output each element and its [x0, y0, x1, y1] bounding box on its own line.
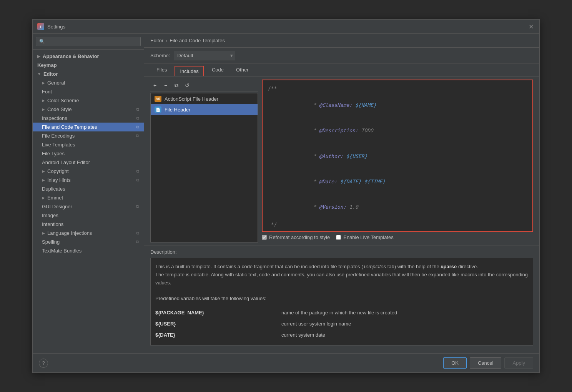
arrow-icon: ▶ — [37, 54, 40, 58]
reformat-checkbox-row[interactable]: Reformat according to style — [262, 234, 330, 240]
sidebar-item-editor[interactable]: ▼ Editor — [33, 70, 144, 78]
breadcrumb: Editor › File and Code Templates — [144, 34, 539, 48]
code-line-6: * @Version: 1.0 — [268, 194, 527, 220]
actionscript-icon: AS — [155, 96, 161, 102]
dialog-title: Settings — [47, 24, 65, 30]
search-input[interactable] — [36, 37, 141, 46]
code-editor[interactable]: /** * @ClassName: ${NAME} * @Description… — [262, 80, 533, 232]
ok-button[interactable]: OK — [443, 357, 467, 369]
copy-icon-inlay: ⧉ — [136, 178, 139, 183]
description-title: Description: — [150, 249, 533, 255]
reformat-label: Reformat according to style — [269, 234, 330, 240]
reformat-checkbox[interactable] — [262, 235, 267, 240]
reset-template-button[interactable]: ↺ — [183, 81, 192, 90]
var-row-package: ${PACKAGE_NAME} name of the package in w… — [155, 307, 528, 319]
copy-icon-fct: ⧉ — [136, 125, 139, 130]
template-item-file-header[interactable]: 📄 File Header — [151, 104, 258, 115]
arrow-icon-inlay: ▶ — [42, 178, 45, 182]
tabs-row: Files Includes Code Other — [144, 64, 539, 76]
copy-icon-spelling: ⧉ — [136, 239, 139, 244]
sidebar-item-code-style[interactable]: ▶ Code Style ⧉ — [33, 105, 144, 114]
breadcrumb-editor: Editor — [150, 38, 163, 43]
footer-right: OK Cancel Apply — [443, 357, 533, 369]
copy-icon-gui: ⧉ — [136, 204, 139, 209]
arrow-icon-lang: ▶ — [42, 231, 45, 235]
tab-includes[interactable]: Includes — [175, 66, 204, 76]
sidebar-item-emmet[interactable]: ▶ Emmet — [33, 193, 144, 202]
description-text: This is a built-in template. It contains… — [155, 263, 528, 287]
add-template-button[interactable]: + — [150, 81, 160, 90]
sidebar-item-file-code-templates[interactable]: File and Code Templates ⧉ — [33, 123, 144, 131]
sidebar-item-inspections[interactable]: Inspections ⧉ — [33, 114, 144, 123]
template-list-panel: + − ⧉ ↺ AS ActionScript File Header 📄 Fi… — [150, 80, 258, 243]
code-line-4: * @Author: ${USER} — [268, 144, 527, 169]
copy-icon-inspections: ⧉ — [136, 116, 139, 121]
code-line-5: * @Date: ${DATE} ${TIME} — [268, 169, 527, 194]
title-bar: i Settings ✕ — [33, 20, 539, 34]
remove-template-button[interactable]: − — [161, 81, 170, 90]
sidebar-item-images[interactable]: Images — [33, 211, 144, 220]
sidebar-item-appearance[interactable]: ▶ Appearance & Behavior — [33, 52, 144, 61]
scheme-row: Scheme: Default Project — [144, 48, 539, 64]
template-label-file-header: File Header — [165, 107, 190, 113]
copy-template-button[interactable]: ⧉ — [172, 81, 181, 90]
dialog-footer: ? OK Cancel Apply — [33, 353, 539, 372]
scheme-select[interactable]: Default Project — [174, 51, 235, 60]
sidebar: ▶ Appearance & Behavior Keymap ▼ Editor … — [33, 34, 144, 353]
arrow-icon-emmet: ▶ — [42, 196, 45, 200]
sidebar-item-inlay-hints[interactable]: ▶ Inlay Hints ⧉ — [33, 176, 144, 184]
tab-other[interactable]: Other — [230, 64, 255, 76]
description-box: This is a built-in template. It contains… — [150, 258, 533, 345]
code-line-7: */ — [268, 220, 527, 229]
arrow-icon-general: ▶ — [42, 81, 45, 85]
close-button[interactable]: ✕ — [527, 23, 535, 30]
template-item-actionscript[interactable]: AS ActionScript File Header — [151, 93, 258, 104]
live-templates-checkbox[interactable] — [336, 235, 341, 240]
description-table: ${PACKAGE_NAME} name of the package in w… — [155, 307, 528, 341]
code-line-2: * @ClassName: ${NAME} — [268, 93, 527, 118]
var-desc-user: current user system login name — [281, 319, 528, 330]
toolbar: + − ⧉ ↺ — [150, 80, 258, 91]
editor-panel: /** * @ClassName: ${NAME} * @Description… — [262, 80, 533, 243]
sidebar-item-duplicates[interactable]: Duplicates — [33, 184, 144, 193]
cancel-button[interactable]: Cancel — [470, 357, 501, 369]
sidebar-item-textmate[interactable]: TextMate Bundles — [33, 246, 144, 255]
sidebar-item-android-layout[interactable]: Android Layout Editor — [33, 158, 144, 167]
var-row-user: ${USER} current user system login name — [155, 319, 528, 330]
template-list: AS ActionScript File Header 📄 File Heade… — [150, 93, 258, 243]
live-templates-label: Enable Live Templates — [343, 234, 394, 240]
live-templates-checkbox-row[interactable]: Enable Live Templates — [336, 234, 394, 240]
nav-tree: ▶ Appearance & Behavior Keymap ▼ Editor … — [33, 50, 144, 353]
sidebar-item-font[interactable]: Font — [33, 87, 144, 96]
sidebar-item-live-templates[interactable]: Live Templates — [33, 140, 144, 149]
copy-icon-codestyle: ⧉ — [136, 107, 139, 112]
sidebar-item-file-types[interactable]: File Types — [33, 149, 144, 158]
sidebar-item-intentions[interactable]: Intentions — [33, 220, 144, 229]
arrow-icon-color: ▶ — [42, 98, 45, 103]
arrow-icon-codestyle: ▶ — [42, 107, 45, 111]
settings-dialog: i Settings ✕ ▶ Appearance & Behavior Key… — [32, 19, 540, 373]
dialog-body: ▶ Appearance & Behavior Keymap ▼ Editor … — [33, 34, 539, 353]
search-box — [33, 34, 144, 50]
arrow-icon-editor: ▼ — [37, 72, 41, 76]
apply-button[interactable]: Apply — [504, 357, 533, 369]
sidebar-item-color-scheme[interactable]: ▶ Color Scheme — [33, 96, 144, 105]
description-panel: Description: This is a built-in template… — [144, 246, 539, 353]
help-button[interactable]: ? — [39, 359, 48, 368]
sidebar-item-gui-designer[interactable]: GUI Designer ⧉ — [33, 202, 144, 211]
tab-files[interactable]: Files — [150, 64, 173, 76]
content-area: + − ⧉ ↺ AS ActionScript File Header 📄 Fi… — [144, 76, 539, 246]
sidebar-item-copyright[interactable]: ▶ Copyright ⧉ — [33, 167, 144, 176]
copy-icon-copyright: ⧉ — [136, 169, 139, 174]
sidebar-item-lang-injections[interactable]: ▶ Language Injections ⧉ — [33, 229, 144, 238]
sidebar-item-spelling[interactable]: Spelling ⧉ — [33, 238, 144, 246]
var-name-package: ${PACKAGE_NAME} — [155, 307, 281, 319]
sidebar-item-file-encodings[interactable]: File Encodings ⧉ — [33, 131, 144, 140]
file-header-icon: 📄 — [155, 106, 161, 113]
sidebar-item-general[interactable]: ▶ General — [33, 78, 144, 87]
sidebar-item-keymap[interactable]: Keymap — [33, 61, 144, 70]
breadcrumb-current: File and Code Templates — [170, 38, 225, 43]
tab-code[interactable]: Code — [206, 64, 230, 76]
arrow-icon-copyright: ▶ — [42, 169, 45, 173]
var-row-date: ${DATE} current system date — [155, 330, 528, 341]
